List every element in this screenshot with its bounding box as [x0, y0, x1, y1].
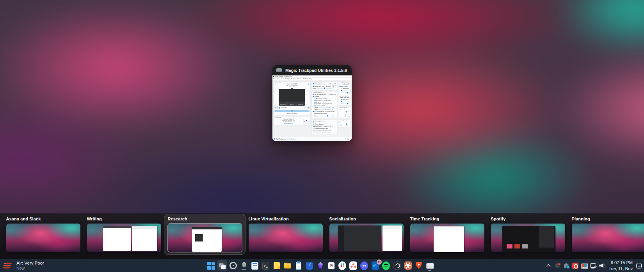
reset-icon[interactable]: ↺: [332, 115, 333, 117]
desktop-planning[interactable]: Planning: [568, 214, 644, 254]
menu-item-license[interactable]: License: [297, 78, 302, 80]
menu-item-settings[interactable]: Settings: [285, 78, 290, 80]
sticky-notes-icon[interactable]: [272, 260, 281, 271]
give-feedback-link[interactable]: Give Feedback: [288, 138, 296, 140]
taskbar-clock[interactable]: 6:07:15 PM Tue, 11, Nov: [608, 260, 633, 271]
checkbox-live-touches[interactable]: [279, 107, 280, 109]
exit-button[interactable]: Exit: [345, 138, 350, 140]
checkbox-silent-clicking[interactable]: [340, 122, 341, 123]
display-icon[interactable]: [581, 262, 588, 270]
terminal-icon[interactable]: [261, 260, 270, 271]
hint-icon[interactable]: +: [335, 100, 336, 102]
checkbox-swap-swipe-direction[interactable]: [315, 113, 316, 115]
checkbox-swipe-left-right-to-change-desktop[interactable]: [340, 86, 341, 87]
todo-icon[interactable]: [305, 260, 314, 271]
desktop-spotify[interactable]: Spotify: [487, 214, 568, 254]
desktop-socialization[interactable]: Socialization: [326, 214, 407, 254]
reset-icon[interactable]: ↺: [332, 109, 333, 110]
obs-icon[interactable]: [392, 260, 402, 271]
select-primary-button[interactable]: Primary button: [313, 125, 323, 127]
checkbox-drop-when-a-finger-is-lifted[interactable]: [313, 128, 314, 129]
desktop-thumbnail[interactable]: [6, 224, 80, 252]
weather-widget[interactable]: Air: Very Poor Now: [4, 259, 44, 272]
hint-icon[interactable]: ?: [335, 98, 336, 99]
checkbox-ignore-click[interactable]: [329, 94, 330, 95]
notion-icon[interactable]: [327, 260, 336, 271]
checkbox-ignore-click[interactable]: [329, 83, 330, 84]
desktop-thumbnail[interactable]: [249, 224, 323, 252]
trackpad-utilities-window-icon[interactable]: [425, 260, 434, 271]
volume-icon[interactable]: [599, 262, 606, 270]
desktop-linux-virtualization[interactable]: Linux Virtualization: [245, 214, 326, 254]
recorder-icon[interactable]: [239, 260, 249, 271]
checkbox-swipe-down-to-toggle-desktop-view[interactable]: [341, 101, 342, 102]
select-toggle-task-view-and-desktop-view[interactable]: Toggle Task View and Desktop View: [340, 96, 350, 98]
checkbox-swipe-animation[interactable]: [341, 90, 342, 91]
hidden-icons-chevron-icon[interactable]: [545, 262, 552, 270]
desktop-thumbnail[interactable]: [87, 224, 161, 252]
page-button-1[interactable]: 1: [304, 107, 306, 109]
slider-sense[interactable]: [345, 92, 349, 93]
file-explorer-icon[interactable]: [283, 260, 292, 271]
desktop-thumbnail[interactable]: [329, 224, 404, 252]
settings-icon[interactable]: [228, 260, 238, 271]
checkbox-magic-trackpad-tray[interactable]: [274, 138, 275, 140]
slider-sense[interactable]: [345, 103, 349, 104]
checkbox-end-drag-lock-with-1-or-2-fingers[interactable]: [313, 132, 314, 134]
cloud-app-icon[interactable]: [563, 262, 570, 270]
serial-link[interactable]: AAVT1-34AWSE1234: [275, 123, 303, 124]
desktop-research[interactable]: Research: [164, 214, 245, 254]
reset-icon[interactable]: ↺: [333, 107, 334, 108]
reset-icon[interactable]: ↺: [330, 88, 331, 89]
checkbox-smooth-scrolling[interactable]: [315, 105, 316, 106]
device-settings-icon[interactable]: i: [308, 83, 310, 85]
desktop-thumbnail[interactable]: [491, 224, 565, 252]
slider-speed[interactable]: [318, 107, 331, 107]
checkbox-fast-swipe-left-right-to-navigate-back-for[interactable]: [313, 111, 314, 112]
asana-icon[interactable]: [349, 260, 358, 271]
menu-item-help[interactable]: Help: [309, 78, 311, 80]
desktop-writing[interactable]: Writing: [84, 214, 164, 254]
discord-icon[interactable]: [359, 260, 369, 271]
copilot-icon[interactable]: [554, 262, 561, 270]
menu-item-windows[interactable]: Windows: [303, 78, 308, 80]
start-icon[interactable]: [206, 260, 216, 271]
slider-sense[interactable]: [318, 116, 331, 116]
slider-sense[interactable]: [318, 109, 331, 109]
checkbox-inverse-both-scroll-directions[interactable]: [315, 100, 316, 102]
page-button-3[interactable]: 3: [308, 107, 309, 109]
checkbox-swipe-up-to-toggle-task-view[interactable]: [341, 99, 342, 100]
checkbox-keep-dragging-with-3-fingers-only[interactable]: [313, 130, 314, 131]
checkbox-tap-for-secondary-click[interactable]: [313, 94, 314, 95]
select-off[interactable]: Off: [332, 85, 336, 87]
menu-item-exit[interactable]: Exit: [274, 78, 276, 80]
refresh-icon[interactable]: ↻: [275, 83, 276, 85]
notepad-icon[interactable]: [294, 260, 303, 271]
notification-center-icon[interactable]: [635, 262, 642, 270]
obsidian-icon[interactable]: [316, 260, 325, 271]
desktop-asana-and-slack[interactable]: Asana and Slack: [3, 214, 84, 254]
checkbox-tap-for-primary-click[interactable]: [313, 83, 314, 84]
network-icon[interactable]: [590, 262, 597, 270]
slider-base-speed[interactable]: [345, 111, 349, 112]
menu-item-trackpad[interactable]: Trackpad: [291, 78, 296, 80]
desktop-thumbnail[interactable]: [168, 224, 242, 252]
checkbox-double-tap-to-drag[interactable]: [313, 86, 314, 87]
spotify-icon[interactable]: [381, 260, 391, 271]
desktop-thumbnail[interactable]: [410, 224, 484, 252]
checkbox-tap-to-middle-click[interactable]: [313, 122, 314, 123]
buy-now-button[interactable]: Buy now: [303, 119, 309, 123]
checkbox-scroll-only-vertical-or-horizontal[interactable]: [315, 102, 316, 104]
desktop-time-tracking[interactable]: Time Tracking: [407, 214, 487, 254]
window-titlebar[interactable]: Magic Trackpad Utilities 3.1.5.6: [272, 65, 352, 75]
slider-sense[interactable]: [317, 88, 329, 88]
menu-item-view[interactable]: View: [277, 78, 279, 80]
keyboard-icon[interactable]: [276, 107, 278, 109]
calculator-icon[interactable]: [250, 260, 260, 271]
checkbox-snap-1-2-finger-clicks-and-taps[interactable]: [340, 109, 341, 110]
claude-icon[interactable]: [403, 260, 413, 271]
desktop-thumbnail[interactable]: [572, 224, 644, 252]
slider-level[interactable]: [340, 124, 347, 124]
task-view-icon[interactable]: [217, 260, 227, 271]
checkbox-scrolling[interactable]: [313, 96, 314, 97]
